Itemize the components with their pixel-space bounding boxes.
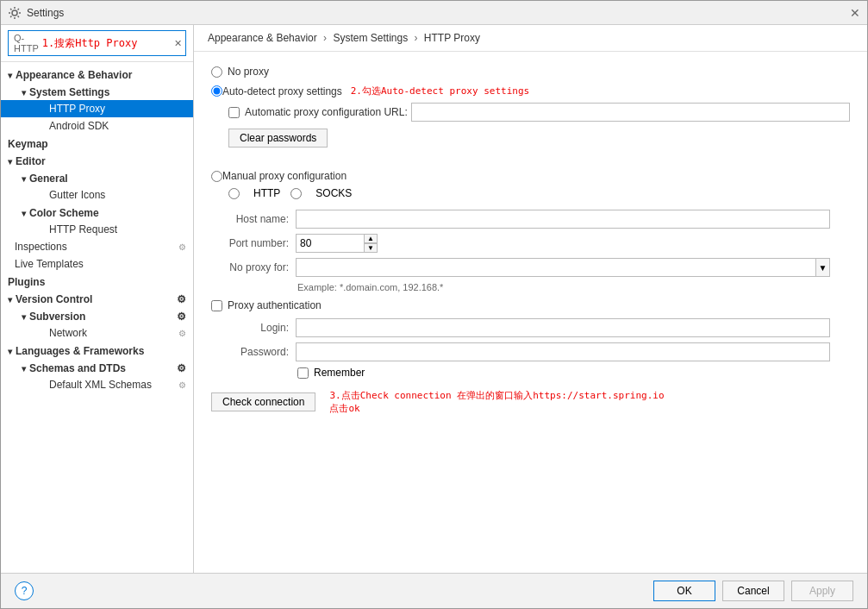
sidebar-item-label: Schemas and DTDs [29,362,126,374]
remember-checkbox[interactable] [297,367,309,379]
arrow-icon: ▾ [22,88,26,97]
sidebar-item-editor[interactable]: ▾ Editor [1,152,193,169]
search-prefix: Q-HTTP [14,33,39,53]
sidebar-item-label: Editor [16,155,46,167]
password-input[interactable] [296,342,830,361]
close-button[interactable]: ✕ [850,6,860,20]
no-proxy-expand-button[interactable]: ▼ [816,258,830,277]
svg-point-0 [12,10,17,16]
sidebar-item-label: HTTP Proxy [49,103,105,115]
auto-detect-label: Auto-detect proxy settings [222,85,342,97]
host-name-row: Host name: [211,210,850,229]
manual-proxy-label: Manual proxy configuration [222,170,347,182]
main-content: Q-HTTP ✕ ▾ Appearance & Behavior ▾ Syste… [1,25,867,573]
arrow-icon: ▾ [22,209,26,218]
clear-passwords-button[interactable]: Clear passwords [228,129,328,148]
sidebar-item-label: Version Control [16,293,92,305]
port-down-button[interactable]: ▼ [364,243,378,253]
no-proxy-for-wrapper: ▼ [296,258,830,277]
sidebar-item-appearance-behavior[interactable]: ▾ Appearance & Behavior [1,66,193,83]
sidebar-item-live-templates[interactable]: Live Templates [1,255,193,273]
socks-radio[interactable] [290,188,302,199]
auto-config-url-row: Automatic proxy configuration URL: [228,103,850,122]
no-proxy-for-input[interactable] [296,258,816,277]
login-input[interactable] [296,318,830,337]
gear-icon: ⚙ [177,311,186,323]
sidebar-tree: ▾ Appearance & Behavior ▾ System Setting… [1,62,193,573]
gear-icon: ⚙ [178,380,186,390]
port-up-button[interactable]: ▲ [364,234,378,243]
search-input[interactable] [42,37,174,49]
sidebar-item-version-control[interactable]: ▾ Version Control ⚙ [1,290,193,307]
sidebar-item-gutter-icons[interactable]: Gutter Icons [1,186,193,204]
settings-icon [8,6,22,20]
host-name-label: Host name: [211,213,289,225]
sidebar-item-label: Keymap [8,138,48,150]
no-proxy-for-label: No proxy for: [211,261,289,273]
right-panel: Appearance & Behavior › System Settings … [194,25,867,573]
sidebar-item-network[interactable]: Network ⚙ [1,324,193,342]
panel-content: No proxy Auto-detect proxy settings 2.勾选… [194,52,867,573]
arrow-icon: ▾ [8,157,12,166]
sidebar-item-system-settings[interactable]: ▾ System Settings [1,83,193,100]
remember-row: Remember [297,367,850,379]
window-title: Settings [27,7,64,19]
sidebar-item-plugins[interactable]: Plugins [1,273,193,290]
check-connection-button[interactable]: Check connection [211,392,315,411]
port-label: Port number: [211,237,289,249]
bottom-bar: ? OK Cancel Apply [1,573,867,608]
login-row: Login: [211,318,850,337]
port-number-row: Port number: ▲ ▼ [211,234,850,253]
breadcrumb-separator: › [323,32,327,44]
sidebar-item-general[interactable]: ▾ General [1,169,193,186]
arrow-icon: ▾ [22,364,26,374]
sidebar-item-inspections[interactable]: Inspections ⚙ [1,238,193,255]
sidebar-item-subversion[interactable]: ▾ Subversion ⚙ [1,307,193,324]
sidebar-item-label: Android SDK [49,120,109,132]
no-proxy-for-row: No proxy for: ▼ [211,258,850,277]
no-proxy-radio[interactable] [211,66,222,78]
sidebar-item-label: Live Templates [15,258,84,270]
http-radio[interactable] [228,188,240,199]
sidebar-item-android-sdk[interactable]: Android SDK [1,117,193,135]
port-input[interactable] [296,234,365,253]
sidebar-item-default-xml-schemas[interactable]: Default XML Schemas ⚙ [1,376,193,393]
cancel-button[interactable]: Cancel [722,581,784,601]
help-button[interactable]: ? [15,581,34,600]
ok-button[interactable]: OK [653,581,715,601]
breadcrumb-part-1: Appearance & Behavior [208,32,317,44]
sidebar-item-label: Default XML Schemas [49,379,152,391]
sidebar-item-languages-frameworks[interactable]: ▾ Languages & Frameworks [1,342,193,359]
breadcrumb: Appearance & Behavior › System Settings … [194,25,867,52]
search-clear-icon[interactable]: ✕ [174,38,182,49]
password-label: Password: [211,346,289,358]
host-name-input[interactable] [296,210,830,229]
sidebar-item-http-proxy[interactable]: HTTP Proxy [1,100,193,117]
auto-detect-radio[interactable] [211,85,222,97]
arrow-icon: ▾ [8,347,12,356]
title-bar-left: Settings [8,6,64,20]
http-label: HTTP [253,187,280,199]
sidebar-item-label: Appearance & Behavior [16,69,132,81]
arrow-icon: ▾ [22,174,26,184]
password-row: Password: [211,342,850,361]
proxy-auth-label: Proxy authentication [228,299,322,311]
sidebar-item-label: General [29,173,68,185]
sidebar-item-http-request[interactable]: HTTP Request [1,221,193,238]
sidebar-item-label: Subversion [29,311,85,323]
sidebar-item-color-scheme[interactable]: ▾ Color Scheme [1,204,193,221]
auto-config-url-input[interactable] [411,103,850,122]
example-text: Example: *.domain.com, 192.168.* [297,282,850,292]
sidebar-item-keymap[interactable]: Keymap [1,135,193,152]
sidebar: Q-HTTP ✕ ▾ Appearance & Behavior ▾ Syste… [1,25,194,573]
proxy-auth-checkbox[interactable] [211,300,222,311]
auto-detect-note: 2.勾选Auto-detect proxy settings [351,85,529,97]
sidebar-item-schemas-dtds[interactable]: ▾ Schemas and DTDs ⚙ [1,359,193,376]
check-connection-row: Check connection 3.点击Check connection 在弹… [211,389,850,415]
apply-button[interactable]: Apply [791,581,853,601]
breadcrumb-separator: › [414,32,417,44]
manual-proxy-radio[interactable] [211,171,222,182]
auto-config-url-checkbox[interactable] [228,107,240,118]
sidebar-item-label: Inspections [15,241,67,253]
sidebar-item-label: Color Scheme [29,207,99,219]
